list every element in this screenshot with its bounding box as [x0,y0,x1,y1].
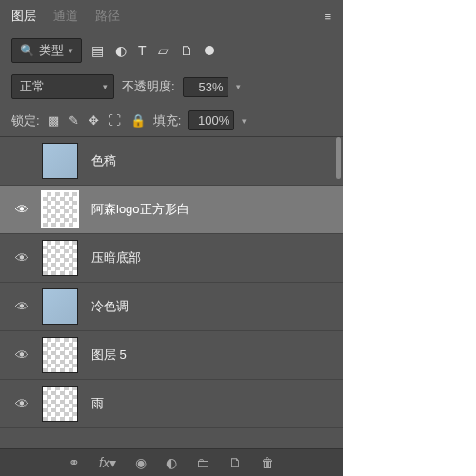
fill-input[interactable]: 100% [188,110,234,130]
layer-name[interactable]: 图层 5 [88,347,335,364]
panel-menu-icon[interactable]: ≡ [324,10,331,24]
opacity-label: 不透明度: [122,78,175,95]
layer-row[interactable]: 👁阿森logo正方形白 [0,186,343,234]
layers-panel: 图层 通道 路径 ≡ 🔍 类型 ▾ ▤ ◐ T ▱ 🗋 正常 ▾ 不透明度: 5… [0,0,343,476]
filter-type-select[interactable]: 🔍 类型 ▾ [11,38,82,63]
chevron-down-icon: ▾ [69,46,73,55]
shape-filter-icon[interactable]: ▱ [158,43,169,58]
lock-label: 锁定: [11,112,40,129]
blend-mode-select[interactable]: 正常 ▾ [11,74,114,99]
adjustment-filter-icon[interactable]: ◐ [115,43,127,58]
visibility-toggle[interactable]: 👁 [11,202,32,217]
link-icon[interactable]: ⚭ [69,455,80,470]
pixel-filter-icon[interactable]: ▤ [91,43,104,58]
bottom-bar: ⚭ fx▾ ◉ ◐ 🗀 🗋 🗑 [0,448,343,476]
layer-name[interactable]: 色稿 [88,152,335,169]
blend-row: 正常 ▾ 不透明度: 53% ▾ [0,69,343,105]
layer-name[interactable]: 冷色调 [88,298,335,315]
new-layer-icon[interactable]: 🗋 [228,455,242,470]
filter-type-label: 类型 [39,42,64,59]
visibility-toggle[interactable]: 👁 [11,299,32,314]
group-icon[interactable]: 🗀 [196,455,209,470]
layer-thumbnail[interactable] [42,337,78,373]
filter-toggle[interactable] [205,46,214,55]
lock-row: 锁定: ▩ ✎ ✥ ⛶ 🔒 填充: 100% ▾ [0,105,343,137]
filter-row: 🔍 类型 ▾ ▤ ◐ T ▱ 🗋 [0,32,343,69]
layer-thumbnail[interactable] [42,386,78,422]
filter-icons: ▤ ◐ T ▱ 🗋 [91,43,214,58]
layer-row[interactable]: 👁雨 [0,380,343,428]
lock-icons: ▩ ✎ ✥ ⛶ 🔒 [48,113,146,128]
layer-thumbnail[interactable] [42,288,78,325]
smart-filter-icon[interactable]: 🗋 [180,43,193,58]
layers-list: 色稿👁阿森logo正方形白👁压暗底部👁冷色调👁图层 5👁雨 [0,137,343,428]
fx-icon[interactable]: fx▾ [99,455,116,470]
tab-paths[interactable]: 路径 [95,8,120,25]
adjustment-icon[interactable]: ◐ [166,455,177,470]
chevron-down-icon[interactable]: ▾ [242,116,247,126]
opacity-input[interactable]: 53% [183,77,228,97]
layer-name[interactable]: 压暗底部 [88,249,335,267]
layer-thumbnail[interactable] [42,240,78,276]
chevron-down-icon: ▾ [103,82,108,91]
lock-position-icon[interactable]: ✥ [89,113,99,128]
layer-row[interactable]: 👁图层 5 [0,331,343,380]
type-filter-icon[interactable]: T [138,43,147,58]
tab-layers[interactable]: 图层 [11,8,36,25]
blend-mode-value: 正常 [20,78,45,95]
lock-all-icon[interactable]: 🔒 [130,113,146,128]
layer-name[interactable]: 雨 [88,395,335,412]
chevron-down-icon[interactable]: ▾ [236,82,241,91]
lock-artboard-icon[interactable]: ⛶ [109,113,121,128]
layer-thumbnail[interactable] [42,191,78,228]
layer-name[interactable]: 阿森logo正方形白 [88,201,335,218]
tab-channels[interactable]: 通道 [53,8,78,25]
layer-row[interactable]: 👁冷色调 [0,283,343,331]
layer-thumbnail[interactable] [42,143,78,179]
lock-transparency-icon[interactable]: ▩ [48,113,59,128]
visibility-toggle[interactable]: 👁 [11,250,32,266]
fill-label: 填充: [153,112,182,129]
visibility-toggle[interactable]: 👁 [11,347,32,363]
layer-row[interactable]: 👁压暗底部 [0,234,343,283]
layer-row[interactable]: 色稿 [0,137,343,186]
mask-icon[interactable]: ◉ [135,455,147,470]
visibility-toggle[interactable]: 👁 [11,396,32,411]
delete-icon[interactable]: 🗑 [261,455,274,470]
scrollbar-thumb[interactable] [336,137,341,179]
lock-pixels-icon[interactable]: ✎ [69,113,79,128]
panel-tabs: 图层 通道 路径 ≡ [0,0,343,32]
search-icon: 🔍 [20,44,34,57]
